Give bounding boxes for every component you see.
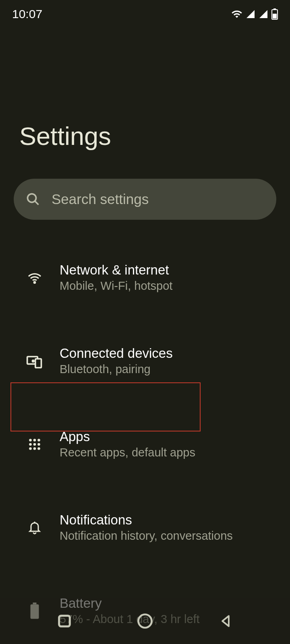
svg-point-5 [34, 282, 35, 283]
item-subtitle: Mobile, Wi-Fi, hotspot [60, 279, 172, 293]
item-title: Network & internet [60, 262, 172, 278]
settings-item-connected-devices[interactable]: Connected devices Bluetooth, pairing [0, 331, 290, 390]
signal-icon-2 [259, 9, 268, 19]
item-title: Notifications [60, 512, 233, 528]
svg-rect-25 [59, 615, 70, 626]
svg-rect-7 [35, 359, 41, 367]
search-bar[interactable]: Search settings [14, 179, 276, 220]
wifi-icon [26, 269, 44, 287]
search-icon [26, 192, 40, 206]
status-bar: 10:07 [0, 0, 290, 28]
search-placeholder: Search settings [52, 191, 149, 207]
bell-icon [26, 519, 44, 537]
svg-point-15 [29, 447, 32, 450]
svg-point-26 [139, 614, 152, 627]
svg-point-11 [37, 439, 40, 442]
battery-icon [271, 8, 278, 20]
settings-list: Network & internet Mobile, Wi-Fi, hotspo… [0, 220, 290, 644]
item-title: Connected devices [60, 346, 173, 361]
svg-rect-2 [273, 14, 277, 19]
apps-grid-icon [26, 436, 44, 453]
svg-point-12 [29, 443, 32, 446]
status-time: 10:07 [12, 7, 42, 21]
nav-back-button[interactable] [216, 611, 235, 631]
svg-point-13 [33, 443, 36, 446]
svg-point-9 [29, 439, 32, 442]
wifi-icon [231, 8, 242, 20]
settings-item-apps[interactable]: Apps Recent apps, default apps [0, 415, 290, 474]
item-subtitle: Bluetooth, pairing [60, 363, 173, 376]
svg-point-8 [33, 360, 34, 362]
status-icons [231, 8, 278, 20]
nav-home-button[interactable] [135, 611, 155, 631]
svg-point-16 [33, 447, 36, 450]
svg-point-3 [28, 194, 36, 202]
item-subtitle: Recent apps, default apps [60, 446, 195, 459]
settings-item-notifications[interactable]: Notifications Notification history, conv… [0, 498, 290, 557]
settings-item-network[interactable]: Network & internet Mobile, Wi-Fi, hotspo… [0, 248, 290, 307]
svg-point-14 [37, 443, 40, 446]
navigation-bar [0, 598, 290, 644]
item-subtitle: Notification history, conversations [60, 529, 233, 543]
nav-recents-button[interactable] [55, 611, 74, 631]
svg-point-17 [37, 447, 40, 450]
svg-rect-1 [273, 8, 276, 10]
devices-icon [26, 352, 44, 370]
svg-point-10 [33, 439, 36, 442]
page-title: Settings [0, 28, 290, 179]
item-title: Apps [60, 429, 195, 444]
svg-line-4 [35, 201, 39, 205]
signal-icon-1 [246, 9, 255, 19]
